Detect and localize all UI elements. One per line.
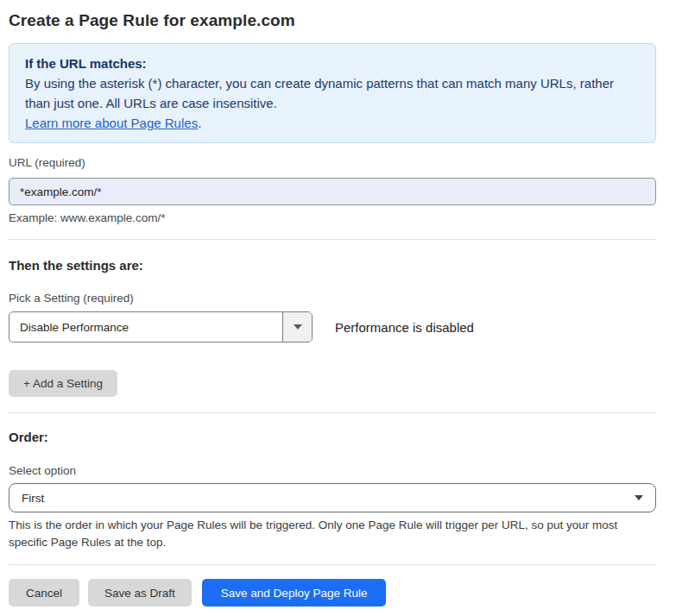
info-box-link-line: Learn more about Page Rules. <box>25 113 640 133</box>
chevron-down-icon <box>294 324 302 330</box>
order-select-value: First <box>22 492 44 505</box>
order-select-label: Select option <box>9 464 656 478</box>
setting-status-text: Performance is disabled <box>335 320 474 335</box>
chevron-down-icon <box>635 495 643 500</box>
setting-select[interactable]: Disable Performance <box>9 311 313 343</box>
page-rule-form: Create a Page Rule for example.com If th… <box>9 0 656 607</box>
setting-select-value: Disable Performance <box>9 312 282 342</box>
save-and-deploy-button[interactable]: Save and Deploy Page Rule <box>202 579 387 607</box>
url-match-info-box: If the URL matches: By using the asteris… <box>9 43 656 143</box>
order-section-heading: Order: <box>9 430 656 445</box>
link-period: . <box>198 116 201 130</box>
setting-row: Disable Performance Performance is disab… <box>9 311 656 343</box>
pick-setting-label: Pick a Setting (required) <box>9 292 656 305</box>
settings-section-heading: Then the settings are: <box>9 258 656 273</box>
url-example-text: Example: www.example.com/* <box>9 211 656 225</box>
url-field-label: URL (required) <box>9 156 656 170</box>
setting-select-arrow-button[interactable] <box>282 312 312 342</box>
divider <box>9 564 656 565</box>
cancel-button[interactable]: Cancel <box>9 579 79 607</box>
order-help-text: This is the order in which your Page Rul… <box>9 517 654 551</box>
order-select[interactable]: First <box>9 483 656 512</box>
url-input[interactable] <box>9 178 656 205</box>
page-title: Create a Page Rule for example.com <box>9 10 656 31</box>
form-actions: Cancel Save as Draft Save and Deploy Pag… <box>9 579 656 607</box>
save-as-draft-button[interactable]: Save as Draft <box>88 579 192 607</box>
info-box-heading: If the URL matches: <box>25 53 640 73</box>
add-setting-button[interactable]: + Add a Setting <box>9 370 117 397</box>
info-box-body: By using the asterisk (*) character, you… <box>25 73 635 113</box>
learn-more-link[interactable]: Learn more about Page Rules <box>25 116 198 130</box>
divider <box>9 412 656 413</box>
divider <box>9 239 656 240</box>
